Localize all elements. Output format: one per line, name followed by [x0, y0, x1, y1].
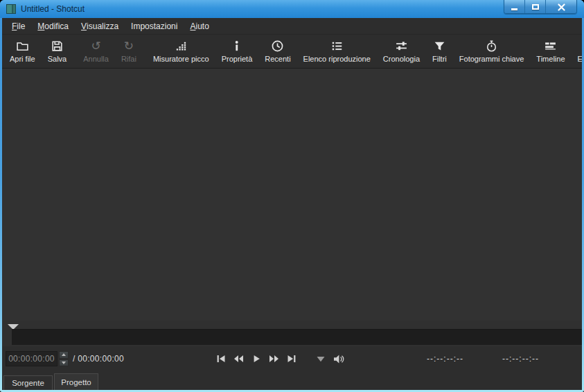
selected-duration-timecode: --:--:--:-- [427, 354, 463, 364]
keyframes-button[interactable]: Fotogrammi chiave [453, 35, 531, 68]
timeline-button[interactable]: Timeline [530, 35, 571, 68]
undo-button[interactable]: ↺ Annulla [77, 35, 115, 68]
client-area: File Modifica Visualizza Impostazioni Ai… [2, 18, 582, 390]
maximize-icon [532, 4, 539, 10]
menu-visualizza[interactable]: Visualizza [75, 18, 125, 34]
play-icon [251, 354, 261, 364]
transport-buttons [216, 353, 344, 365]
transport-bar: 00:00:00:00 / 00:00:00:00 [2, 346, 582, 371]
redo-icon: ↻ [124, 39, 134, 53]
peak-meter-button[interactable]: Misuratore picco [147, 35, 215, 68]
chevron-down-icon [62, 362, 66, 364]
history-sliders-icon [395, 39, 408, 53]
filter-funnel-icon [433, 39, 446, 53]
menu-file[interactable]: File [6, 18, 31, 34]
window-title: Untitled - Shotcut [21, 4, 85, 14]
spin-down-button[interactable] [59, 359, 69, 367]
skip-to-end-icon [287, 354, 297, 364]
filters-button[interactable]: Filtri [426, 35, 453, 68]
video-player-area [2, 69, 582, 321]
shotcut-app-icon [6, 4, 16, 14]
info-icon [230, 39, 243, 53]
volume-icon [333, 354, 344, 364]
redo-button[interactable]: ↻ Rifai [115, 35, 143, 68]
dropdown-triangle-icon [316, 355, 326, 363]
tab-sorgente[interactable]: Sorgente [3, 375, 53, 390]
history-button[interactable]: Cronologia [377, 35, 426, 68]
open-file-button[interactable]: Apri file [3, 35, 42, 68]
chevron-up-icon [62, 353, 66, 356]
undo-icon: ↺ [91, 39, 100, 53]
app-window: Untitled - Shotcut File Modifica Visuali… [0, 0, 584, 392]
skip-to-start-icon [216, 354, 226, 364]
window-controls [504, 0, 577, 14]
stopwatch-icon [485, 39, 498, 53]
fast-forward-button[interactable] [269, 353, 279, 365]
menu-impostazioni[interactable]: Impostazioni [125, 18, 184, 34]
export-button[interactable]: Esporta [572, 35, 582, 68]
scrub-bar[interactable] [12, 329, 582, 345]
maximize-button[interactable] [525, 0, 546, 14]
playlist-button[interactable]: Elenco riproduzione [297, 35, 377, 68]
rewind-icon [233, 354, 244, 364]
spin-up-button[interactable] [59, 351, 69, 359]
fast-forward-icon [269, 354, 279, 364]
timecode-spinner [59, 351, 69, 366]
menu-bar: File Modifica Visualizza Impostazioni Ai… [2, 18, 582, 35]
clock-icon [271, 39, 284, 53]
volume-button[interactable] [333, 353, 344, 365]
close-button[interactable] [546, 0, 576, 14]
minimize-icon [511, 8, 517, 10]
recent-button[interactable]: Recenti [258, 35, 297, 68]
tab-progetto[interactable]: Progetto [54, 373, 98, 390]
menu-modifica[interactable]: Modifica [31, 18, 75, 34]
peak-meter-icon [175, 39, 188, 53]
skip-to-start-button[interactable] [216, 353, 226, 365]
menu-aiuto[interactable]: Aiuto [184, 18, 215, 34]
player-tab-bar: Sorgente Progetto [2, 371, 582, 390]
properties-button[interactable]: Proprietà [215, 35, 259, 68]
playlist-icon [330, 39, 344, 53]
seek-region [2, 321, 582, 346]
play-button[interactable] [251, 353, 261, 365]
duration-timecode: / 00:00:00:00 [73, 354, 124, 364]
rewind-button[interactable] [233, 353, 244, 365]
position-timecode-field[interactable]: 00:00:00:00 [6, 351, 57, 366]
skip-to-end-button[interactable] [287, 353, 297, 365]
main-toolbar: Apri file Salva ↺ Annulla ↻ [2, 35, 582, 69]
timeline-tracks-icon [544, 39, 557, 53]
in-point-timecode: --:--:--:-- [502, 354, 539, 364]
minimize-button[interactable] [504, 0, 525, 14]
window-titlebar[interactable]: Untitled - Shotcut [0, 0, 584, 18]
open-folder-icon [16, 39, 29, 53]
save-button[interactable]: Salva [42, 35, 73, 68]
close-icon [558, 3, 565, 11]
player-menu-button[interactable] [316, 353, 326, 365]
save-floppy-icon [51, 39, 64, 53]
